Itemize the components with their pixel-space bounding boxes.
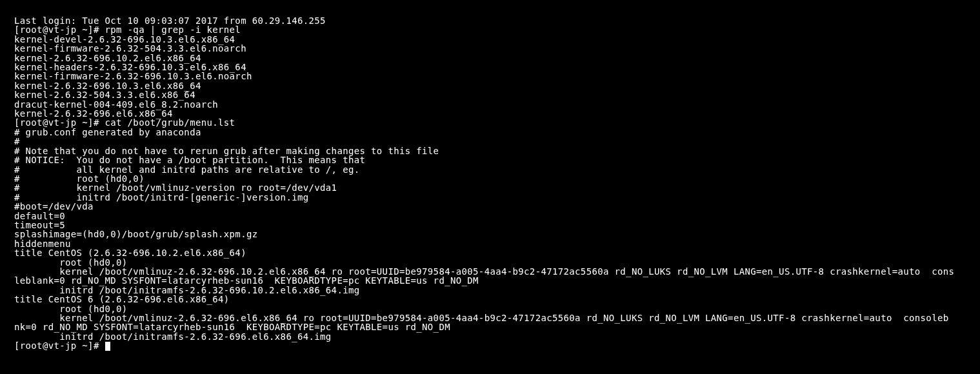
terminal-line: # NOTICE: You do not have a /boot partit… [14, 155, 966, 164]
terminal-line: kernel-firmware-2.6.32-696.10.3.el6.noar… [14, 72, 966, 81]
terminal-line: # Note that you do not have to rerun gru… [14, 146, 966, 155]
terminal-line: kernel-headers-2.6.32-696.10.3.el6.x86_6… [14, 63, 966, 72]
terminal-output: Last login: Tue Oct 10 09:03:07 2017 fro… [14, 16, 966, 351]
terminal-line: title CentOS (2.6.32-696.10.2.el6.x86_64… [14, 248, 966, 257]
terminal-line: initrd /boot/initramfs-2.6.32-696.10.2.e… [14, 286, 966, 295]
terminal-line: kernel-2.6.32-504.3.3.el6.x86_64 [14, 90, 966, 99]
terminal-line: kernel-2.6.32-696.el6.x86_64 [14, 109, 966, 118]
terminal-line: splashimage=(hd0,0)/boot/grub/splash.xpm… [14, 230, 966, 239]
terminal-line: # kernel /boot/vmlinuz-version ro root=/… [14, 183, 966, 192]
terminal-line: kernel-devel-2.6.32-696.10.3.el6.x86_64 [14, 35, 966, 44]
terminal-line: [root@vt-jp ~]# cat /boot/grub/menu.lst [14, 118, 966, 127]
terminal-line: Last login: Tue Oct 10 09:03:07 2017 fro… [14, 16, 966, 25]
terminal-line: hiddenmenu [14, 239, 966, 248]
terminal-line: # initrd /boot/initrd-[generic-]version.… [14, 193, 966, 202]
terminal-line: [root@vt-jp ~]# rpm -qa | grep -i kernel [14, 25, 966, 34]
terminal-line: kernel /boot/vmlinuz-2.6.32-696.el6.x86_… [14, 313, 966, 322]
terminal-line: kernel-2.6.32-696.10.2.el6.x86_64 [14, 54, 966, 63]
terminal-line: timeout=5 [14, 221, 966, 230]
terminal-line: title CentOS 6 (2.6.32-696.el6.x86_64) [14, 295, 966, 304]
terminal-line: # all kernel and initrd paths are relati… [14, 165, 966, 174]
terminal-line: initrd /boot/initramfs-2.6.32-696.el6.x8… [14, 332, 966, 341]
terminal-line: #boot=/dev/vda [14, 202, 966, 211]
terminal-line: leblank=0 rd_NO_MD SYSFONT=latarcyrheb-s… [14, 276, 966, 285]
terminal-line: kernel-2.6.32-696.10.3.el6.x86_64 [14, 81, 966, 90]
terminal-line: nk=0 rd_NO_MD SYSFONT=latarcyrheb-sun16 … [14, 322, 966, 331]
terminal-line: root (hd0,0) [14, 304, 966, 313]
terminal-line: # [14, 137, 966, 146]
terminal-line: # root (hd0,0) [14, 174, 966, 183]
terminal-window[interactable]: Last login: Tue Oct 10 09:03:07 2017 fro… [0, 0, 980, 374]
terminal-line: # grub.conf generated by anaconda [14, 128, 966, 137]
terminal-line: [root@vt-jp ~]# [14, 341, 966, 351]
terminal-line: root (hd0,0) [14, 258, 966, 267]
terminal-cursor [105, 342, 110, 351]
terminal-line: default=0 [14, 212, 966, 221]
terminal-line: kernel-firmware-2.6.32-504.3.3.el6.noarc… [14, 44, 966, 53]
terminal-line: kernel /boot/vmlinuz-2.6.32-696.10.2.el6… [14, 267, 966, 276]
terminal-line: dracut-kernel-004-409.el6_8.2.noarch [14, 100, 966, 109]
